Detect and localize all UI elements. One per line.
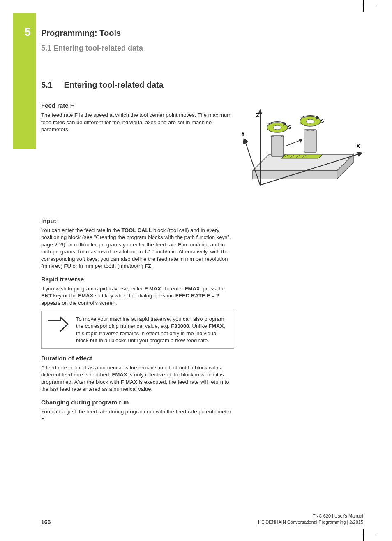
changing-para: You can adjust the feed rate during prog… bbox=[41, 408, 234, 423]
feed-f-label: F bbox=[291, 143, 293, 148]
spindle-s-label-1: S bbox=[288, 125, 291, 130]
crop-mark bbox=[363, 0, 364, 12]
crop-mark bbox=[364, 6, 376, 6]
feed-rate-heading: Feed rate F bbox=[41, 102, 234, 109]
body-content: 5.1 Entering tool-related data Feed rate… bbox=[41, 80, 234, 427]
section-number: 5.1 bbox=[41, 80, 53, 89]
input-para: You can enter the feed rate in the TOOL … bbox=[41, 227, 234, 270]
spindle-s-label-2: S bbox=[321, 118, 324, 123]
svg-marker-11 bbox=[357, 152, 363, 157]
rapid-para: If you wish to program rapid traverse, e… bbox=[41, 285, 234, 307]
note-box: To move your machine at rapid traverse, … bbox=[41, 311, 234, 349]
chapter-number: 5 bbox=[21, 26, 31, 39]
footer-line2: HEIDENHAIN Conversational Programming | … bbox=[258, 520, 363, 525]
duration-para: A feed rate entered as a numerical value… bbox=[41, 364, 234, 393]
rapid-heading: Rapid traverse bbox=[41, 276, 234, 283]
footer-line1: TNC 620 | User's Manual bbox=[313, 513, 363, 518]
input-heading: Input bbox=[41, 217, 234, 224]
feed-rate-diagram: Z Y X S S F bbox=[240, 105, 363, 193]
running-header: 5.1 Entering tool-related data bbox=[41, 44, 143, 53]
page-number: 166 bbox=[41, 519, 51, 525]
svg-point-20 bbox=[306, 119, 314, 123]
axis-z-label: Z bbox=[256, 112, 260, 118]
chapter-title: Programming: Tools bbox=[41, 28, 121, 38]
svg-point-16 bbox=[273, 125, 281, 130]
feed-rate-intro: The feed rate F is the speed at which th… bbox=[41, 111, 234, 133]
svg-rect-18 bbox=[304, 130, 316, 152]
section-heading: 5.1 Entering tool-related data bbox=[41, 80, 234, 90]
section-title: Entering tool-related data bbox=[64, 80, 164, 89]
svg-marker-1 bbox=[253, 171, 337, 179]
changing-heading: Changing during program run bbox=[41, 399, 234, 406]
crop-mark bbox=[364, 535, 376, 535]
arrow-right-icon bbox=[47, 316, 70, 333]
crop-mark bbox=[363, 529, 364, 541]
axis-y-label: Y bbox=[241, 130, 245, 137]
axis-x-label: X bbox=[356, 143, 360, 149]
duration-heading: Duration of effect bbox=[41, 355, 234, 362]
svg-marker-3 bbox=[281, 154, 323, 158]
svg-rect-14 bbox=[271, 136, 284, 156]
svg-line-22 bbox=[286, 140, 301, 146]
footer-right: TNC 620 | User's Manual HEIDENHAIN Conve… bbox=[258, 513, 363, 525]
page-footer: 166 TNC 620 | User's Manual HEIDENHAIN C… bbox=[41, 519, 363, 525]
